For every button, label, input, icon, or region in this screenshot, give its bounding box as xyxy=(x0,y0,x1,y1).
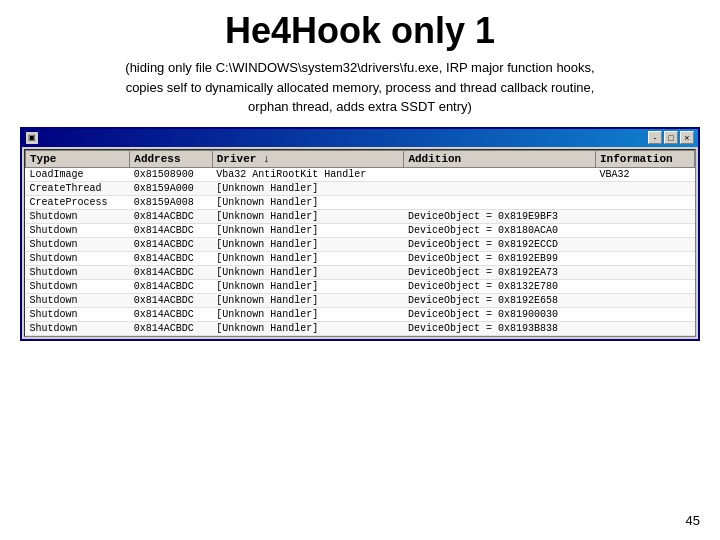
cell-driver: [Unknown Handler] xyxy=(212,279,404,293)
cell-type: Shutdown xyxy=(26,251,130,265)
cell-addition xyxy=(404,181,596,195)
maximize-button[interactable]: □ xyxy=(664,131,678,144)
cell-driver: [Unknown Handler] xyxy=(212,265,404,279)
cell-address: 0x814ACBDC xyxy=(130,265,212,279)
page-container: He4Hook only 1 (hiding only file C:\WIND… xyxy=(0,0,720,540)
cell-type: Shutdown xyxy=(26,307,130,321)
cell-driver: [Unknown Handler] xyxy=(212,209,404,223)
cell-driver: [Unknown Handler] xyxy=(212,251,404,265)
cell-addition: DeviceObject = 0x81900030 xyxy=(404,307,596,321)
col-addition: Addition xyxy=(404,150,596,167)
table-row: Shutdown0x814ACBDC[Unknown Handler]Devic… xyxy=(26,265,695,279)
table-row: CreateProcess0x8159A008[Unknown Handler] xyxy=(26,195,695,209)
cell-information: VBA32 xyxy=(595,167,694,181)
cell-addition xyxy=(404,195,596,209)
minimize-button[interactable]: - xyxy=(648,131,662,144)
table-body: LoadImage0x81508900Vba32 AntiRootKit Han… xyxy=(26,167,695,335)
window: ▣ - □ × Type Address Driver ↓ Addition I… xyxy=(20,127,700,341)
cell-information xyxy=(595,279,694,293)
cell-address: 0x814ACBDC xyxy=(130,307,212,321)
cell-type: Shutdown xyxy=(26,237,130,251)
cell-address: 0x814ACBDC xyxy=(130,237,212,251)
cell-type: Shutdown xyxy=(26,279,130,293)
page-title: He4Hook only 1 xyxy=(225,10,495,52)
data-table: Type Address Driver ↓ Addition Informati… xyxy=(25,150,695,336)
table-row: Shutdown0x814ACBDC[Unknown Handler]Devic… xyxy=(26,251,695,265)
cell-type: Shutdown xyxy=(26,265,130,279)
window-icon: ▣ xyxy=(26,132,38,144)
page-number: 45 xyxy=(686,513,700,528)
table-row: Shutdown0x814ACBDC[Unknown Handler]Devic… xyxy=(26,237,695,251)
cell-information xyxy=(595,293,694,307)
cell-address: 0x814ACBDC xyxy=(130,209,212,223)
cell-type: Shutdown xyxy=(26,223,130,237)
table-row: LoadImage0x81508900Vba32 AntiRootKit Han… xyxy=(26,167,695,181)
titlebar-buttons: - □ × xyxy=(648,131,694,144)
cell-address: 0x8159A000 xyxy=(130,181,212,195)
cell-type: LoadImage xyxy=(26,167,130,181)
cell-address: 0x81508900 xyxy=(130,167,212,181)
table-row: Shutdown0x814ACBDC[Unknown Handler]Devic… xyxy=(26,307,695,321)
table-wrapper: Type Address Driver ↓ Addition Informati… xyxy=(24,149,696,337)
cell-addition: DeviceObject = 0x8192ECCD xyxy=(404,237,596,251)
cell-information xyxy=(595,251,694,265)
cell-information xyxy=(595,237,694,251)
cell-type: CreateProcess xyxy=(26,195,130,209)
table-row: CreateThread0x8159A000[Unknown Handler] xyxy=(26,181,695,195)
cell-driver: Vba32 AntiRootKit Handler xyxy=(212,167,404,181)
window-titlebar: ▣ - □ × xyxy=(22,129,698,147)
cell-information xyxy=(595,307,694,321)
table-header-row: Type Address Driver ↓ Addition Informati… xyxy=(26,150,695,167)
col-driver: Driver ↓ xyxy=(212,150,404,167)
col-address: Address xyxy=(130,150,212,167)
subtitle: (hiding only file C:\WINDOWS\system32\dr… xyxy=(125,58,594,117)
col-type: Type xyxy=(26,150,130,167)
cell-addition: DeviceObject = 0x8192EB99 xyxy=(404,251,596,265)
cell-driver: [Unknown Handler] xyxy=(212,307,404,321)
cell-addition: DeviceObject = 0x819E9BF3 xyxy=(404,209,596,223)
cell-type: CreateThread xyxy=(26,181,130,195)
cell-address: 0x814ACBDC xyxy=(130,251,212,265)
col-information: Information xyxy=(595,150,694,167)
table-row: Shutdown0x814ACBDC[Unknown Handler]Devic… xyxy=(26,279,695,293)
table-row: Shutdown0x814ACBDC[Unknown Handler]Devic… xyxy=(26,321,695,335)
cell-information xyxy=(595,195,694,209)
cell-addition: DeviceObject = 0x8192E658 xyxy=(404,293,596,307)
cell-addition xyxy=(404,167,596,181)
table-row: Shutdown0x814ACBDC[Unknown Handler]Devic… xyxy=(26,223,695,237)
cell-driver: [Unknown Handler] xyxy=(212,181,404,195)
cell-driver: [Unknown Handler] xyxy=(212,293,404,307)
cell-type: Shutdown xyxy=(26,209,130,223)
cell-addition: DeviceObject = 0x8132E780 xyxy=(404,279,596,293)
cell-driver: [Unknown Handler] xyxy=(212,195,404,209)
cell-information xyxy=(595,181,694,195)
cell-address: 0x814ACBDC xyxy=(130,321,212,335)
cell-information xyxy=(595,209,694,223)
cell-address: 0x8159A008 xyxy=(130,195,212,209)
table-row: Shutdown0x814ACBDC[Unknown Handler]Devic… xyxy=(26,293,695,307)
cell-addition: DeviceObject = 0x8193B838 xyxy=(404,321,596,335)
cell-information xyxy=(595,321,694,335)
close-button[interactable]: × xyxy=(680,131,694,144)
table-row: Shutdown0x814ACBDC[Unknown Handler]Devic… xyxy=(26,209,695,223)
cell-address: 0x814ACBDC xyxy=(130,223,212,237)
cell-type: Shutdown xyxy=(26,321,130,335)
cell-addition: DeviceObject = 0x8192EA73 xyxy=(404,265,596,279)
cell-driver: [Unknown Handler] xyxy=(212,223,404,237)
cell-driver: [Unknown Handler] xyxy=(212,321,404,335)
cell-address: 0x814ACBDC xyxy=(130,293,212,307)
cell-information xyxy=(595,265,694,279)
cell-addition: DeviceObject = 0x8180ACA0 xyxy=(404,223,596,237)
cell-driver: [Unknown Handler] xyxy=(212,237,404,251)
cell-information xyxy=(595,223,694,237)
cell-address: 0x814ACBDC xyxy=(130,279,212,293)
cell-type: Shutdown xyxy=(26,293,130,307)
